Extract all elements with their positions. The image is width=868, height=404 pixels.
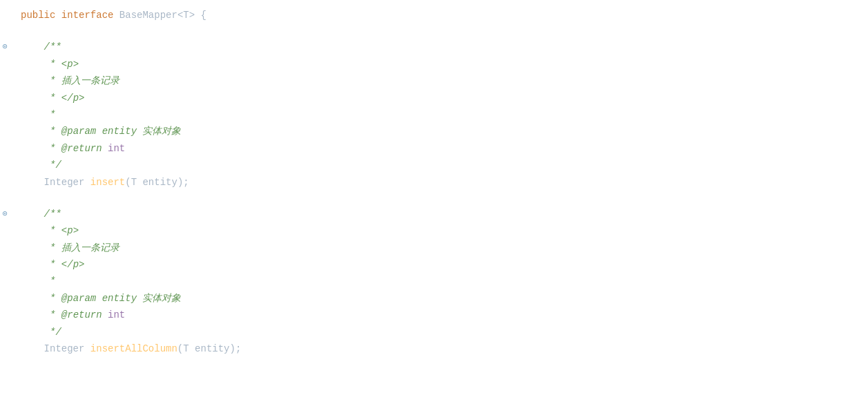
code-content: */	[7, 157, 61, 173]
token-javadoc-atparam: @param	[61, 293, 96, 304]
token-comment	[102, 143, 108, 154]
code-editor: public interface BaseMapper<T> {⊙ /** * …	[0, 0, 868, 404]
token-plain	[55, 10, 61, 21]
code-line: */	[0, 157, 868, 173]
code-line: *	[0, 273, 868, 289]
code-content: Integer insert(T entity);	[7, 175, 189, 190]
code-line: * </p>	[0, 90, 868, 106]
token-comment: *	[50, 225, 61, 236]
code-content: /**	[7, 39, 61, 55]
token-param-name: entity	[195, 343, 229, 354]
code-line: ⊙ /**	[0, 206, 868, 222]
token-comment-chinese: 实体对象	[142, 126, 181, 137]
token-comment: *	[50, 143, 61, 154]
code-line: * <p>	[0, 56, 868, 73]
token-class-name: BaseMapper	[119, 10, 177, 21]
token-kw-public: public	[21, 10, 55, 21]
code-line: ⊙ /**	[0, 39, 868, 55]
token-plain: );	[177, 177, 189, 188]
code-line: * @param entity 实体对象	[0, 123, 868, 140]
token-comment: *	[50, 126, 61, 137]
gutter-icon: ⊙	[0, 206, 10, 222]
code-content: * @return int	[7, 307, 125, 323]
code-line: * @return int	[0, 307, 868, 323]
code-line: * <p>	[0, 222, 868, 239]
token-comment: *	[50, 109, 55, 120]
code-content: public interface BaseMapper<T> {	[7, 8, 206, 23]
code-content: * @param entity 实体对象	[7, 124, 181, 139]
token-javadoc-param-name: entity	[102, 126, 137, 137]
token-class-type: T	[131, 177, 137, 188]
token-javadoc-atparam: @param	[61, 126, 96, 137]
token-comment	[96, 126, 102, 137]
token-plain	[84, 177, 90, 188]
token-class-type: Integer	[44, 177, 85, 188]
token-comment	[96, 293, 102, 304]
code-line: * 插入一条记录	[0, 73, 868, 89]
code-content: * <p>	[7, 223, 79, 238]
code-line: Integer insert(T entity);	[0, 174, 868, 191]
code-line: public interface BaseMapper<T> {	[0, 7, 868, 23]
token-javadoc-param-name: entity	[102, 293, 137, 304]
token-plain: (	[125, 177, 131, 188]
code-line: Integer insertAllColumn(T entity);	[0, 340, 868, 357]
token-comment: *	[50, 293, 61, 304]
token-comment-html: <p>	[61, 59, 79, 70]
token-param-name: entity	[142, 177, 177, 188]
code-content: *	[7, 273, 55, 289]
token-plain: (	[177, 343, 183, 354]
token-comment: *	[50, 242, 61, 253]
token-kw-int: int	[108, 143, 125, 154]
code-line: * 插入一条记录	[0, 240, 868, 256]
token-comment: *	[50, 59, 61, 70]
token-comment-html: <p>	[61, 225, 79, 236]
code-content: *	[7, 107, 55, 122]
token-comment: /**	[44, 41, 61, 52]
token-javadoc-atparam: @return	[61, 143, 102, 154]
code-content: * </p>	[7, 257, 84, 272]
code-content: Integer insertAllColumn(T entity);	[7, 341, 241, 356]
code-content: * <p>	[7, 57, 79, 72]
token-comment-chinese: 实体对象	[142, 293, 181, 304]
token-comment-chinese: 插入一条记录	[61, 75, 119, 86]
code-line: * </p>	[0, 256, 868, 273]
code-line	[0, 23, 868, 39]
token-comment: /**	[44, 209, 61, 220]
code-content: * @return int	[7, 141, 125, 156]
token-kw-int: int	[108, 309, 125, 320]
code-content: */	[7, 325, 61, 340]
token-comment: *	[50, 309, 61, 320]
token-method-name: insertAllColumn	[90, 343, 177, 354]
code-content: /**	[7, 206, 61, 222]
token-plain	[84, 343, 90, 354]
token-plain	[189, 343, 195, 354]
code-content: * @param entity 实体对象	[7, 291, 181, 306]
code-line: *	[0, 106, 868, 123]
token-type-param: T	[183, 10, 189, 21]
token-comment: *	[50, 259, 61, 270]
token-comment: *	[50, 276, 55, 287]
token-class-type: T	[183, 343, 189, 354]
token-plain	[113, 10, 119, 21]
code-line: */	[0, 324, 868, 340]
token-class-type: Integer	[44, 343, 85, 354]
code-content: * </p>	[7, 90, 84, 106]
code-line: * @return int	[0, 140, 868, 157]
token-javadoc-atparam: @return	[61, 309, 102, 320]
code-content: * 插入一条记录	[7, 240, 119, 256]
token-method-name: insert	[90, 177, 125, 188]
token-comment: */	[50, 160, 61, 171]
code-content: * 插入一条记录	[7, 73, 119, 88]
token-kw-interface: interface	[61, 10, 114, 21]
token-comment: */	[50, 327, 61, 338]
token-plain: > {	[189, 10, 206, 21]
token-comment-chinese: 插入一条记录	[61, 242, 119, 253]
token-comment	[102, 309, 108, 320]
token-comment-html: </p>	[61, 93, 85, 104]
gutter-icon: ⊙	[0, 39, 10, 55]
token-comment: *	[50, 75, 61, 86]
token-comment-html: </p>	[61, 259, 85, 270]
token-plain: );	[230, 343, 242, 354]
code-line: * @param entity 实体对象	[0, 290, 868, 307]
token-comment: *	[50, 93, 61, 104]
